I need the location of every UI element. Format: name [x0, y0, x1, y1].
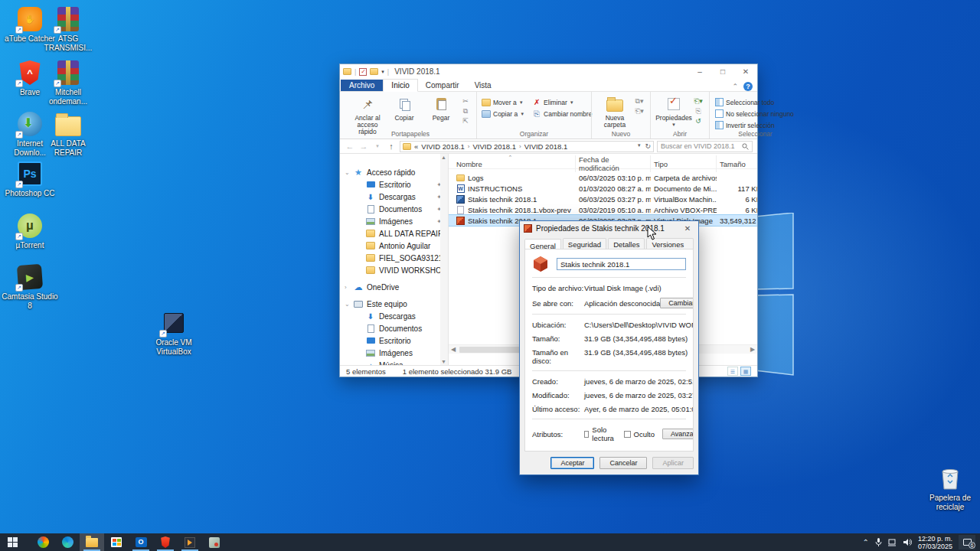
delete-button[interactable]: ✗ Eliminar▼ [532, 97, 592, 107]
change-button[interactable]: Cambiar... [660, 298, 694, 308]
taskbar-clock[interactable]: 12:20 p. m. 07/03/2025 [918, 535, 952, 550]
sidebar-item-this-pc[interactable]: ⌄ Este equipo [340, 298, 448, 310]
sidebar-item-imagenes[interactable]: Imágenes✦ [340, 215, 448, 227]
column-header-nombre[interactable]: ⌃Nombre [453, 155, 576, 172]
move-to-button[interactable]: Mover a▼ [482, 97, 524, 107]
taskbar-player-button[interactable] [178, 533, 202, 551]
desktop-icon-photoshop[interactable]: Ps↗ Photoshop CC [2, 161, 58, 198]
open-icon[interactable]: ⎗▾ [694, 97, 703, 106]
copy-button[interactable]: Copiar [386, 94, 423, 122]
desktop-icon-utorrent[interactable]: µ↗ µTorrent [2, 213, 58, 250]
chevron-icon[interactable]: ⌄ [345, 301, 350, 308]
tab-compartir[interactable]: Compartir [418, 80, 467, 91]
new-item-icon[interactable]: ⎗▾ [635, 107, 644, 116]
taskbar-copilot-button[interactable] [31, 533, 55, 551]
file-row[interactable]: WINSTRUCTIONS 01/03/2020 08:27 a. m. Doc… [449, 183, 757, 194]
taskbar-edge-button[interactable] [55, 533, 80, 551]
chevron-icon[interactable]: ⌄ [345, 169, 350, 176]
sidebar-item-documentos[interactable]: Documentos✦ [340, 203, 448, 215]
collapse-ribbon-icon[interactable]: ⌃ [732, 83, 738, 90]
sidebar-item-antonio-aguilar[interactable]: Antonio Aguilar [340, 240, 448, 252]
taskbar-store-button[interactable] [104, 533, 129, 551]
back-icon[interactable]: ← [345, 142, 355, 151]
invert-selection-button[interactable]: Invertir selección [714, 120, 794, 130]
scroll-down-icon[interactable]: ▼ [440, 359, 447, 364]
recent-locations-caret-icon[interactable]: ▾ [372, 143, 383, 149]
tab-inicio[interactable]: Inicio [383, 79, 417, 92]
microphone-icon[interactable] [875, 538, 882, 547]
taskbar-photos-button[interactable] [202, 533, 227, 551]
refresh-icon[interactable]: ↻ [645, 142, 651, 150]
column-header-tipo[interactable]: Tipo [651, 155, 717, 172]
sidebar-item-descargas[interactable]: ⬇Descargas✦ [340, 191, 448, 203]
sidebar-item-pc-escritorio[interactable]: Escritorio [340, 334, 448, 347]
scroll-left-icon[interactable]: ◀ [449, 346, 458, 353]
select-none-button[interactable]: No seleccionar ninguno [714, 109, 794, 119]
desktop-icon-atsg[interactable]: ↗ ATSG TRANSMISI... [40, 6, 96, 53]
sidebar-item-pc-documentos[interactable]: Documentos [340, 322, 448, 334]
explorer-titlebar[interactable]: | ▾ | VIVID 2018.1 – □ ✕ [340, 64, 757, 79]
file-row[interactable]: Stakis technik 2018.1.vbox-prev 03/02/20… [449, 204, 757, 215]
taskbar-explorer-button[interactable] [80, 533, 104, 551]
address-dropdown-caret-icon[interactable]: ▾ [638, 142, 641, 150]
properties-button[interactable]: Propiedades ▼ [655, 94, 692, 129]
large-icons-view-icon[interactable]: ▦ [740, 367, 751, 376]
help-icon[interactable]: ? [743, 82, 753, 91]
column-header-fecha[interactable]: Fecha de modificación [576, 155, 651, 172]
advanced-button[interactable]: Avanzados... [662, 429, 694, 439]
history-icon[interactable]: ↺ [694, 117, 703, 126]
scroll-right-icon[interactable]: ▶ [748, 346, 757, 353]
breadcrumb-item[interactable]: VIVID 2018.1 [524, 142, 568, 151]
sidebar-item-pc-descargas[interactable]: ⬇Descargas [340, 310, 448, 322]
desktop-icon-mitchell[interactable]: ↗ Mitchell ondeman... [40, 60, 96, 106]
maximize-button[interactable]: □ [711, 64, 734, 79]
cut-icon[interactable]: ✂ [461, 97, 470, 106]
sidebar-item-all-data-repair[interactable]: ALL DATA REPAIR [340, 227, 448, 240]
up-icon[interactable]: ↑ [386, 142, 397, 151]
copy-to-button[interactable]: Copiar a▼ [482, 109, 524, 119]
address-bar[interactable]: « VIVID 2018.1 › VIVID 2018.1 › VIVID 20… [400, 141, 654, 152]
select-all-button[interactable]: Seleccionar todo [714, 97, 794, 107]
paste-button[interactable]: Pegar [423, 94, 459, 122]
quick-access-folder-icon[interactable] [343, 68, 351, 75]
chevron-icon[interactable]: › [345, 284, 350, 291]
sidebar-item-escritorio[interactable]: Escritorio✦ [340, 178, 448, 191]
taskbar-brave-button[interactable] [153, 533, 178, 551]
details-view-icon[interactable]: ☰ [727, 367, 738, 376]
file-name-input[interactable]: Stakis technik 2018.1 [557, 258, 686, 270]
close-button[interactable]: ✕ [734, 64, 757, 79]
file-row[interactable]: Stakis technik 2018.1 06/03/2025 03:27 p… [449, 194, 757, 204]
sidebar-item-onedrive[interactable]: › ☁ OneDrive [340, 281, 448, 293]
sidebar-item-pc-musica[interactable]: ♪Música [340, 359, 448, 365]
tab-archivo[interactable]: Archivo [341, 80, 383, 91]
new-folder-button[interactable]: Nueva carpeta [596, 94, 633, 129]
taskbar-outlook-button[interactable]: O [129, 533, 153, 551]
sidebar-item-fiel[interactable]: FIEL_SOGA931210PY2_20... [340, 252, 448, 264]
pin-to-quick-access-button[interactable]: 📌︎ Anclar al acceso rápido [349, 94, 386, 135]
easy-access-icon[interactable]: ⧉▾ [635, 97, 644, 106]
edit-icon[interactable]: ⎘ [694, 107, 703, 116]
file-row[interactable]: Logs 06/03/2025 03:10 p. m. Carpeta de a… [449, 172, 757, 183]
desktop-icon-recycle-bin[interactable]: Papelera de reciclaje [922, 465, 978, 512]
desktop-icon-virtualbox[interactable]: ↗ Oracle VM VirtualBox [145, 310, 202, 357]
quick-access-newfolder-icon[interactable] [370, 68, 378, 75]
readonly-checkbox[interactable]: Solo lectura [584, 425, 616, 442]
hidden-checkbox[interactable]: Oculto [624, 430, 655, 439]
ok-button[interactable]: Aceptar [550, 457, 594, 469]
sidebar-item-quick-access[interactable]: ⌄ ★ Acceso rápido [340, 166, 448, 178]
action-center-button[interactable]: 6 [959, 535, 975, 549]
sidebar-scrollbar[interactable]: ▲ ▼ [440, 154, 448, 365]
cancel-button[interactable]: Cancelar [599, 457, 647, 469]
start-button[interactable] [0, 533, 24, 551]
quick-access-properties-icon[interactable] [359, 68, 367, 76]
forward-icon[interactable]: → [358, 142, 369, 151]
network-icon[interactable] [888, 539, 897, 546]
rename-button[interactable]: ⎘ Cambiar nombre [532, 109, 592, 119]
desktop-icon-camtasia[interactable]: ▶↗ Camtasia Studio 8 [2, 264, 58, 311]
desktop-icon-alldata[interactable]: ALL DATA REPAIR [40, 111, 96, 158]
paste-shortcut-icon[interactable]: ⇱ [461, 117, 470, 126]
quick-access-customize-caret-icon[interactable]: ▾ [381, 69, 384, 75]
minimize-button[interactable]: – [688, 64, 711, 79]
tray-expand-icon[interactable]: ⌃ [863, 538, 869, 546]
sidebar-item-pc-imagenes[interactable]: Imágenes [340, 347, 448, 359]
